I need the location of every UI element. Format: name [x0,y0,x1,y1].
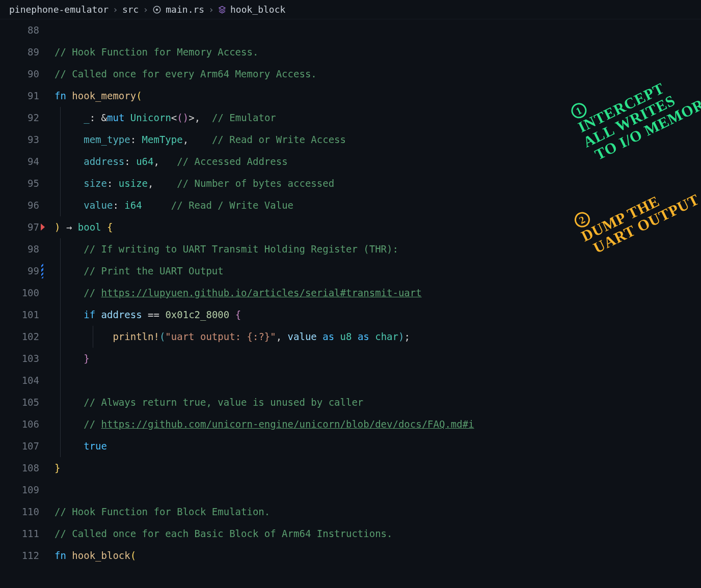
line-number: 111 [0,523,39,545]
code-token: value [288,331,323,342]
code-token: size [84,178,107,189]
code-line[interactable]: mem_type: MemType, // Read or Write Acce… [55,129,701,151]
line-number: 98 [0,238,39,260]
code-token: // [84,418,101,430]
line-number: 103 [0,348,39,370]
indent-guide [60,260,61,282]
code-line[interactable] [55,370,701,391]
indent-guide [60,304,61,326]
code-token: fn [55,550,72,561]
line-number: 90 [0,63,39,85]
code-line[interactable]: // Always return true, value is unused b… [55,391,701,413]
code-line[interactable]: fn hook_memory( [55,85,701,107]
code-line[interactable]: // Hook Function for Block Emulation. [55,501,701,523]
code-line[interactable]: size: usize, // Number of bytes accessed [55,173,701,194]
code-token: { [235,309,241,320]
indent-guide [60,194,61,216]
line-number: 99 [0,260,39,282]
indent-guide [60,326,61,348]
code-line[interactable] [55,19,701,41]
indent-guide [60,238,61,260]
line-number: 91 [0,85,39,107]
code-token: i64 [124,200,142,211]
indent-guide [93,326,93,348]
code-line[interactable]: // https://github.com/unicorn-engine/uni… [55,413,701,435]
indent-guide [60,282,61,304]
line-number-gutter: 8889909192939495969798991001011021031041… [0,19,48,587]
chevron-right-icon: › [113,4,118,15]
code-token: https://github.com/unicorn-engine/unicor… [101,418,474,430]
code-token: Unicorn [130,112,171,123]
code-line[interactable]: value: i64 // Read / Write Value [55,194,701,216]
code-token: , [276,331,288,342]
code-token: u64 [136,156,153,167]
code-token: as [358,331,375,342]
code-token: : [107,178,119,189]
code-line[interactable]: // Called once for every Arm64 Memory Ac… [55,63,701,85]
indent-guide [60,173,61,194]
code-token: // If writing to UART Transmit Holding R… [84,243,398,255]
code-line[interactable]: } [55,348,701,370]
code-line[interactable]: // Called once for each Basic Block of A… [55,523,701,545]
code-token: ) [55,221,66,233]
code-line[interactable]: // https://lupyuen.github.io/articles/se… [55,282,701,304]
code-token: // Read or Write Access [212,134,346,145]
line-number: 105 [0,391,39,413]
code-token: address [84,156,124,167]
code-token: mem_type [84,134,130,145]
code-token: "uart output: {:?}" [165,331,276,342]
code-token: as [322,331,340,342]
code-token: ) [398,331,404,342]
code-token: bool [78,221,107,233]
line-number: 101 [0,304,39,326]
code-token: _ [84,112,89,123]
code-line[interactable]: _: &mut Unicorn<()>, // Emulator [55,107,701,129]
code-line[interactable]: if address == 0x01c2_8000 { [55,304,701,326]
code-line[interactable]: } [55,457,701,479]
code-line[interactable] [55,479,701,501]
line-number: 89 [0,41,39,63]
code-token: < [171,112,177,123]
code-token: → [66,221,78,233]
chevron-right-icon: › [143,4,148,15]
code-line[interactable]: true [55,435,701,457]
code-token: : [124,156,136,167]
code-line[interactable]: fn hook_block( [55,545,701,567]
code-token: https://lupyuen.github.io/articles/seria… [101,287,422,298]
code-token: // Emulator [212,112,276,123]
code-line[interactable]: address: u64, // Accessed Address [55,151,701,173]
breadcrumb-item[interactable]: main.rs [166,4,204,15]
code-token: println! [113,331,159,342]
code-line[interactable]: ) → bool { [55,216,701,238]
code-content[interactable]: // Hook Function for Memory Access.// Ca… [48,19,701,587]
indent-guide [60,413,61,435]
breadcrumb-item[interactable]: pinephone-emulator [9,4,109,15]
code-token: , [195,112,212,123]
line-number: 102 [0,326,39,348]
line-number: 106 [0,413,39,435]
line-number: 94 [0,151,39,173]
code-token: // Accessed Address [177,156,287,167]
indent-guide [60,129,61,151]
breadcrumb: pinephone-emulator › src › main.rs › hoo… [0,0,701,19]
line-number: 110 [0,501,39,523]
editor-area[interactable]: 8889909192939495969798991001011021031041… [0,19,701,587]
code-token: // Always return true, value is unused b… [84,397,363,408]
code-token: // Called once for every Arm64 Memory Ac… [55,68,317,79]
chevron-right-icon: › [208,4,214,15]
diff-indicator-icon [41,263,43,278]
line-number: 107 [0,435,39,457]
code-line[interactable]: // Hook Function for Memory Access. [55,41,701,63]
line-number: 92 [0,107,39,129]
code-line[interactable]: println!("uart output: {:?}", value as u… [55,326,701,348]
fold-marker-icon[interactable] [41,223,45,231]
code-token: == [142,309,166,320]
breadcrumb-item[interactable]: hook_block [230,4,285,15]
code-line[interactable]: // Print the UART Output [55,260,701,282]
line-number: 95 [0,173,39,194]
code-line[interactable]: // If writing to UART Transmit Holding R… [55,238,701,260]
code-token: true [84,440,107,452]
line-number: 96 [0,194,39,216]
line-number: 93 [0,129,39,151]
breadcrumb-item[interactable]: src [122,4,139,15]
